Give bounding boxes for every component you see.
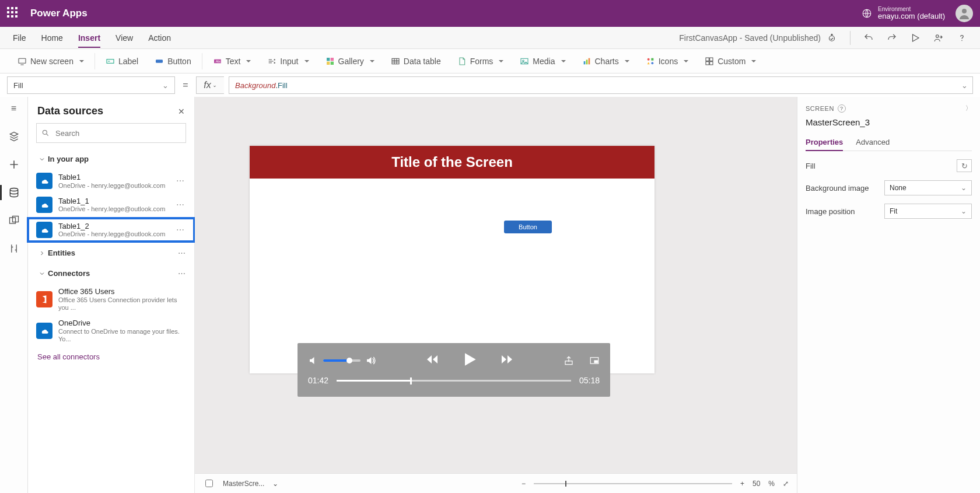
insert-gallery-button[interactable]: Gallery bbox=[317, 57, 383, 66]
undo-icon[interactable] bbox=[863, 33, 874, 43]
canvas-screen[interactable]: Title of the Screen Button bbox=[250, 146, 654, 373]
property-selector-value: Fill bbox=[13, 81, 23, 90]
more-icon[interactable]: ⋯ bbox=[174, 200, 187, 209]
menu-action[interactable]: Action bbox=[148, 28, 171, 48]
insert-label-button[interactable]: Label bbox=[97, 57, 146, 66]
button-text: Button bbox=[167, 57, 191, 66]
add-icon[interactable] bbox=[8, 159, 20, 170]
section-connectors[interactable]: Connectors ⋯ bbox=[28, 263, 194, 284]
svg-rect-16 bbox=[392, 58, 399, 64]
insert-forms-button[interactable]: Forms bbox=[449, 57, 512, 66]
insert-icons-button[interactable]: Icons bbox=[638, 57, 696, 66]
play-button[interactable] bbox=[460, 350, 479, 371]
more-icon[interactable]: ⋯ bbox=[178, 249, 186, 257]
insert-input-button[interactable]: Input bbox=[259, 57, 317, 66]
person-icon bbox=[957, 6, 971, 20]
menu-file[interactable]: File bbox=[13, 28, 26, 48]
tab-advanced[interactable]: Advanced bbox=[856, 134, 890, 151]
globe-icon bbox=[862, 8, 872, 19]
share-icon[interactable] bbox=[933, 33, 944, 43]
help-icon[interactable]: ? bbox=[838, 104, 846, 113]
zoom-in-button[interactable]: + bbox=[740, 480, 744, 488]
rewind-button[interactable] bbox=[425, 352, 439, 369]
menu-view[interactable]: View bbox=[116, 28, 133, 48]
bgimage-select[interactable]: None⌄ bbox=[884, 180, 972, 195]
insert-text-button[interactable]: Abc Text bbox=[205, 57, 260, 66]
formula-input[interactable]: Background.Fill ⌄ bbox=[229, 76, 973, 94]
datasource-name: Table1_1 bbox=[58, 197, 168, 206]
user-avatar[interactable] bbox=[956, 5, 973, 22]
menu-home[interactable]: Home bbox=[41, 28, 63, 48]
new-screen-button[interactable]: New screen bbox=[9, 57, 92, 66]
forward-button[interactable] bbox=[500, 352, 514, 369]
svg-rect-26 bbox=[710, 58, 713, 61]
media-pane-icon[interactable] bbox=[8, 215, 20, 226]
chevron-down-icon[interactable]: ⌄ bbox=[272, 480, 278, 488]
tab-properties[interactable]: Properties bbox=[806, 134, 843, 151]
volume-icon[interactable] bbox=[308, 355, 318, 366]
search-input-wrapper[interactable] bbox=[36, 123, 186, 143]
canvas-button[interactable]: Button bbox=[504, 221, 552, 233]
fit-to-screen-icon[interactable]: ⤢ bbox=[783, 480, 789, 488]
datasource-item[interactable]: Table1_1OneDrive - henry.legge@outlook.c… bbox=[28, 193, 194, 217]
screen-breadcrumb[interactable]: MasterScre... bbox=[223, 480, 264, 488]
section-label: Connectors bbox=[48, 269, 178, 278]
share-media-icon[interactable] bbox=[564, 355, 574, 366]
menu-insert[interactable]: Insert bbox=[78, 28, 100, 48]
insert-button-button[interactable]: Button bbox=[146, 57, 199, 66]
tree-view-icon[interactable]: ≡ bbox=[8, 103, 20, 114]
help-icon[interactable] bbox=[957, 33, 967, 43]
zoom-out-button[interactable]: − bbox=[522, 480, 526, 488]
charts-label: Charts bbox=[595, 57, 619, 66]
imgpos-select[interactable]: Fit⌄ bbox=[884, 204, 972, 219]
pip-icon[interactable] bbox=[589, 355, 600, 366]
svg-rect-13 bbox=[330, 58, 333, 61]
section-label: Entities bbox=[48, 249, 178, 257]
volume-max-icon[interactable] bbox=[365, 355, 376, 366]
volume-slider[interactable] bbox=[323, 359, 360, 362]
svg-rect-23 bbox=[651, 58, 653, 60]
play-preview-icon[interactable] bbox=[910, 33, 921, 43]
datasource-item-selected[interactable]: Table1_2OneDrive - henry.legge@outlook.c… bbox=[28, 218, 194, 242]
more-icon[interactable]: ⋯ bbox=[174, 176, 187, 186]
svg-point-4 bbox=[961, 40, 963, 41]
fx-label[interactable]: fx⌄ bbox=[196, 76, 224, 94]
seek-bar[interactable] bbox=[337, 380, 571, 382]
screen-checkbox[interactable] bbox=[205, 480, 213, 487]
expand-pane-icon[interactable]: 〉 bbox=[965, 104, 972, 113]
see-all-connectors-link[interactable]: See all connectors bbox=[28, 347, 194, 367]
fill-color-swatch[interactable]: ↻ bbox=[957, 159, 972, 172]
data-sources-icon[interactable] bbox=[8, 187, 20, 198]
insert-custom-button[interactable]: Custom bbox=[696, 57, 764, 66]
app-checker-icon[interactable] bbox=[827, 33, 837, 43]
connector-item[interactable]: OneDriveConnect to OneDrive to manage yo… bbox=[28, 315, 194, 347]
redo-icon[interactable] bbox=[887, 33, 897, 43]
zoom-slider[interactable] bbox=[534, 483, 732, 484]
insert-pane-icon[interactable] bbox=[8, 131, 20, 142]
svg-point-32 bbox=[43, 130, 47, 134]
environment-picker[interactable]: Environment enayu.com (default) bbox=[862, 6, 945, 20]
svg-rect-20 bbox=[586, 60, 587, 64]
property-selector[interactable]: Fill ⌄ bbox=[7, 76, 175, 94]
onedrive-icon bbox=[36, 323, 52, 339]
charts-icon bbox=[582, 57, 592, 66]
section-in-your-app[interactable]: In your app bbox=[28, 149, 194, 169]
input-label: Input bbox=[280, 57, 298, 66]
text-label: Text bbox=[226, 57, 241, 66]
more-icon[interactable]: ⋯ bbox=[178, 269, 186, 278]
insert-media-button[interactable]: Media bbox=[512, 57, 573, 66]
datatable-icon bbox=[391, 57, 400, 66]
section-entities[interactable]: Entities ⋯ bbox=[28, 243, 194, 263]
connector-item[interactable]: Office 365 UsersOffice 365 Users Connect… bbox=[28, 284, 194, 315]
datasource-item[interactable]: Table1OneDrive - henry.legge@outlook.com… bbox=[28, 169, 194, 193]
more-icon[interactable]: ⋯ bbox=[174, 225, 187, 235]
close-panel-icon[interactable]: ✕ bbox=[178, 107, 185, 116]
search-input[interactable] bbox=[54, 128, 181, 138]
app-launcher-icon[interactable] bbox=[7, 7, 20, 20]
insert-charts-button[interactable]: Charts bbox=[574, 57, 638, 66]
props-scope: SCREEN bbox=[806, 105, 834, 112]
advanced-tools-icon[interactable] bbox=[8, 243, 20, 254]
insert-datatable-button[interactable]: Data table bbox=[383, 57, 449, 66]
section-label: In your app bbox=[48, 155, 186, 163]
label-icon bbox=[106, 57, 115, 66]
